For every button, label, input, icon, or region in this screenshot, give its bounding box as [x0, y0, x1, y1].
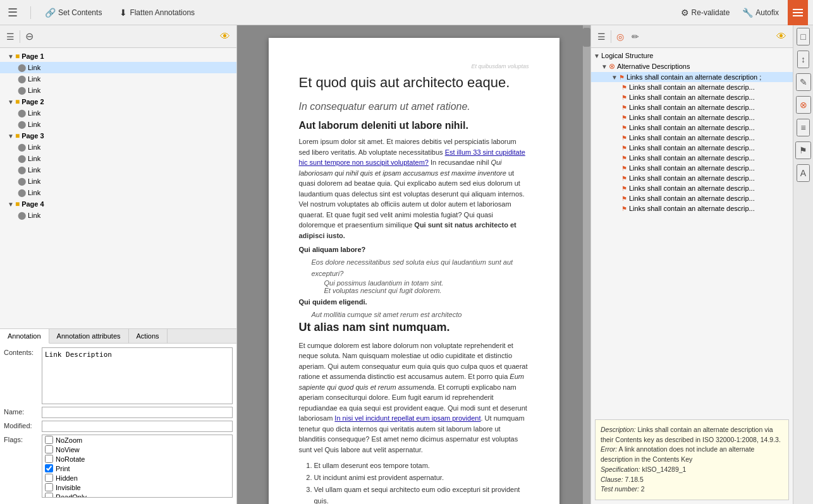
revalidate-button[interactable]: ⚙ Re-validate	[677, 5, 734, 20]
expand-icon[interactable]: ▼	[8, 133, 14, 140]
warning-icon: ⚑	[619, 74, 625, 81]
flag-hidden[interactable]: Hidden	[42, 473, 232, 483]
expand-icon[interactable]: ▼	[594, 52, 600, 59]
flag-nozoom-checkbox[interactable]	[45, 436, 53, 444]
tree-link-3-2[interactable]: ⬤ Link	[0, 153, 236, 164]
rt-rule-item-0[interactable]: ▼ ⚑ Links shall contain an alternate des…	[591, 72, 793, 82]
rt-sub-item-6[interactable]: ⚑ Links shall contain an alternate descr…	[591, 133, 793, 143]
far-right-icon-4[interactable]: ⊗	[796, 96, 811, 114]
expand-icon[interactable]: ▼	[611, 74, 618, 81]
rt-sub-item-1[interactable]: ⚑ Links shall contain an alternate descr…	[591, 82, 793, 92]
flatten-annotations-label: Flatten Annotations	[130, 8, 195, 17]
flatten-annotations-button[interactable]: ⬇ Flatten Annotations	[116, 5, 199, 20]
rt-sub-item-11[interactable]: ⚑ Links shall contain an alternate descr…	[591, 183, 793, 193]
rt-sub-item-3[interactable]: ⚑ Links shall contain an alternate descr…	[591, 102, 793, 112]
tree-page-1[interactable]: ▼ ■ Page 1	[0, 51, 236, 62]
flag-norotate[interactable]: NoRotate	[42, 454, 232, 464]
expand-icon[interactable]: ▼	[8, 53, 14, 60]
tree-page-3[interactable]: ▼ ■ Page 3	[0, 130, 236, 141]
flag-norotate-checkbox[interactable]	[45, 455, 53, 463]
tree-page-4[interactable]: ▼ ■ Page 4	[0, 198, 236, 210]
menu-icon[interactable]: ☰	[5, 3, 20, 22]
expand-icon[interactable]: ▼	[601, 63, 608, 70]
sidebar-toggle-button[interactable]: ☰	[4, 29, 17, 44]
divider	[20, 30, 20, 43]
flag-nozoom[interactable]: NoZoom	[42, 435, 232, 445]
info-spec-prefix: Specification:	[601, 465, 640, 473]
collapse-icon[interactable]: ⊖	[23, 28, 36, 45]
info-test: Test number: 2	[601, 484, 783, 495]
flags-list[interactable]: NoZoom NoView NoRotate Print Hidden Invi…	[42, 435, 233, 498]
hamburger-button[interactable]	[788, 0, 808, 25]
para2-link[interactable]: In nisi vel incidunt repellat eum ipsam …	[334, 414, 480, 422]
expand-icon[interactable]: ▼	[8, 201, 14, 208]
flag-hidden-label: Hidden	[56, 474, 78, 482]
rt-sub-item-5[interactable]: ⚑ Links shall contain an alternate descr…	[591, 123, 793, 133]
tree-link-2-1[interactable]: ⬤ Link	[0, 107, 236, 119]
name-input[interactable]	[42, 407, 233, 418]
right-sidebar-toggle[interactable]: ☰	[595, 29, 608, 44]
contents-textarea[interactable]: Link Description	[42, 347, 233, 404]
flag-invisible[interactable]: Invisible	[42, 483, 232, 492]
tree-link-2-2[interactable]: ⬤ Link	[0, 119, 236, 130]
tree-link-3-3[interactable]: ⬤ Link	[0, 164, 236, 176]
right-eye-icon[interactable]: 👁	[774, 28, 789, 45]
tree-page-2[interactable]: ▼ ■ Page 2	[0, 96, 236, 107]
flag-noview[interactable]: NoView	[42, 445, 232, 454]
flag-noview-checkbox[interactable]	[45, 445, 53, 453]
far-right-icon-3[interactable]: ✎	[796, 73, 811, 91]
info-spec-text: kISO_14289_1	[642, 465, 686, 473]
flag-print-checkbox[interactable]	[45, 464, 53, 472]
edit-icon[interactable]: ✏	[629, 29, 642, 44]
tree-link-4-1[interactable]: ⬤ Link	[0, 210, 236, 221]
revalidate-label: Re-validate	[692, 8, 730, 17]
rt-alt-desc[interactable]: ▼ ⊗ Alternative Descriptions	[591, 61, 793, 72]
rt-sub-item-10[interactable]: ⚑ Links shall contain an alternate descr…	[591, 173, 793, 183]
rt-sub-item-13[interactable]: ⚑ Links shall contain an alternate descr…	[591, 203, 793, 213]
tab-actions[interactable]: Actions	[129, 329, 168, 343]
flag-readonly[interactable]: ReadOnly	[42, 492, 232, 498]
set-contents-button[interactable]: 🔗 Set Contents	[41, 5, 106, 20]
far-right-icon-1[interactable]: □	[797, 28, 809, 45]
sub-item-label: Links shall contain an alternate descrip…	[629, 114, 755, 121]
pdf-heading-3: Aut laborum deleniti ut labore nihil.	[299, 120, 529, 131]
far-right-icon-7[interactable]: A	[797, 164, 810, 182]
eye-icon[interactable]: 👁	[217, 28, 233, 45]
tree-link-1-1[interactable]: ⬤ Link	[0, 62, 236, 73]
pdf-small-2: Qui quidem eligendi.	[299, 298, 529, 306]
flag-invisible-checkbox[interactable]	[45, 483, 53, 491]
flag-readonly-checkbox[interactable]	[45, 493, 53, 498]
flag-hidden-checkbox[interactable]	[45, 474, 53, 482]
tree-link-3-1[interactable]: ⬤ Link	[0, 141, 236, 153]
rt-sub-item-2[interactable]: ⚑ Links shall contain an alternate descr…	[591, 92, 793, 102]
sub-item-label: Links shall contain an alternate descrip…	[629, 124, 755, 131]
modified-input[interactable]	[42, 421, 233, 432]
tree-link-3-4[interactable]: ⬤ Link	[0, 176, 236, 187]
far-right-icon-5[interactable]: ≡	[797, 119, 809, 136]
tab-annotation-attributes[interactable]: Annotation attributes	[49, 329, 129, 343]
rt-sub-item-7[interactable]: ⚑ Links shall contain an alternate descr…	[591, 143, 793, 153]
far-right-icon-2[interactable]: ↕	[797, 51, 809, 68]
rt-sub-item-12[interactable]: ⚑ Links shall contain an alternate descr…	[591, 193, 793, 203]
target-icon[interactable]: ◎	[614, 29, 627, 44]
tree-link-3-5[interactable]: ⬤ Link	[0, 187, 236, 198]
rt-logical-structure[interactable]: ▼ Logical Structure	[591, 51, 793, 61]
pdf-viewer: Et quibusdam voluptas Et quod quis aut a…	[237, 25, 590, 504]
rt-sub-item-8[interactable]: ⚑ Links shall contain an alternate descr…	[591, 153, 793, 163]
info-description-prefix: Description:	[601, 426, 635, 433]
tab-annotation[interactable]: Annotation	[0, 329, 49, 344]
tree-link-1-2[interactable]: ⬤ Link	[0, 73, 236, 85]
expand-icon[interactable]: ▼	[8, 99, 14, 105]
pdf-paragraph-1: Lorem ipsum dolor sit amet. Et maiores d…	[299, 136, 529, 241]
list-item-3: Vel ullam quam et sequi architecto eum o…	[314, 484, 529, 504]
autofix-button[interactable]: 🔧 Autofix	[738, 5, 783, 20]
flag-print[interactable]: Print	[42, 464, 232, 473]
rt-sub-item-4[interactable]: ⚑ Links shall contain an alternate descr…	[591, 112, 793, 123]
error-icon: ⚑	[621, 175, 627, 182]
far-right-icon-6[interactable]: ⚑	[795, 141, 811, 159]
right-tree[interactable]: ▼ Logical Structure ▼ ⊗ Alternative Desc…	[591, 48, 793, 416]
pdf-scroll[interactable]: Et quibusdam voluptas Et quod quis aut a…	[237, 25, 590, 504]
tree-container[interactable]: ▼ ■ Page 1 ⬤ Link ⬤ Link ⬤ Link	[0, 48, 236, 328]
tree-link-1-3[interactable]: ⬤ Link	[0, 85, 236, 96]
rt-sub-item-9[interactable]: ⚑ Links shall contain an alternate descr…	[591, 163, 793, 173]
